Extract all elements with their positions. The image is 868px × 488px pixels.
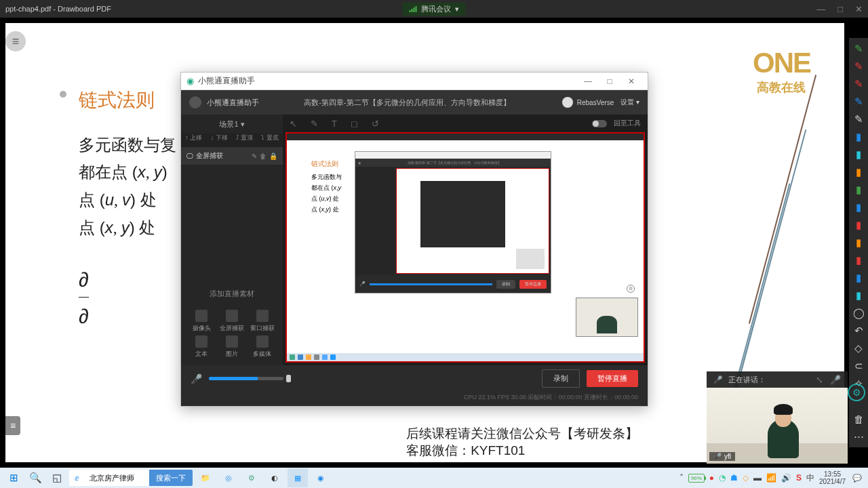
hi-tool-cyan-2[interactable]: ▮ — [852, 289, 865, 302]
pen-tool-red[interactable]: ✎ — [852, 60, 865, 73]
volume-handle[interactable] — [286, 375, 291, 382]
streaming-titlebar[interactable]: ◉ 小熊通直播助手 — □ ✕ — [181, 73, 648, 90]
move-top-button[interactable]: ⤴ 置顶 — [232, 134, 258, 147]
scene-selector[interactable]: 场景1 ▾ — [181, 115, 283, 134]
streaming-main: 场景1 ▾ ↑ 上移 ↓ 下移 ⤴ 置顶 ⤵ 置底 🖵 全屏捕获 ✎ 🗑 🔒 添… — [181, 115, 648, 365]
tool-1-icon[interactable]: ↖ — [290, 119, 297, 129]
volume-row: 🎤 录制 暂停直播 — [181, 365, 648, 392]
hi-tool-blue-3[interactable]: ▮ — [852, 271, 865, 285]
delete-icon[interactable]: 🗑 — [260, 152, 267, 160]
drawtool-toggle[interactable] — [592, 120, 607, 127]
section-heading: 链式法则 — [79, 84, 155, 117]
eraser-icon[interactable]: ◇ — [852, 342, 865, 355]
hi-tool-blue[interactable]: ▮ — [852, 130, 865, 144]
taskbar-clock[interactable]: 13:55 2021/4/7 — [819, 470, 846, 485]
source-item[interactable]: 🖵 全屏捕获 ✎ 🗑 🔒 — [181, 147, 283, 165]
tray-app2-icon[interactable]: ◇ — [743, 473, 749, 483]
tray-power-icon[interactable]: ▬ — [753, 473, 762, 483]
shape-tool[interactable]: ◯ — [852, 306, 865, 320]
camera-thumbnail[interactable]: ⚙ — [576, 298, 638, 337]
mic-icon[interactable]: 🎤 — [191, 373, 202, 384]
move-down-button[interactable]: ↓ 下移 — [207, 134, 233, 147]
tray-rec-icon[interactable]: ● — [709, 473, 714, 483]
hi-tool-orange-2[interactable]: ▮ — [852, 236, 865, 249]
preview-canvas[interactable]: 链式法则 多元函数与 都在点 (x,y 点 (u,v) 处 点 (x,y) 处 … — [285, 132, 645, 363]
user-name: RebasVerse — [577, 99, 614, 106]
source-label: 全屏捕获 — [196, 151, 249, 161]
user-chip[interactable]: RebasVerse — [562, 97, 614, 108]
pen-tool-red-2[interactable]: ✎ — [852, 77, 865, 91]
hi-tool-red-2[interactable]: ▮ — [852, 253, 865, 267]
clock-time: 13:55 — [819, 470, 846, 478]
tray-ime-icon[interactable]: S — [796, 473, 802, 483]
app-edge[interactable]: ◎ — [218, 468, 239, 487]
lasso-icon[interactable]: ⊂ — [852, 359, 865, 373]
search-go-button[interactable]: 搜索一下 — [149, 470, 193, 486]
undo-icon[interactable]: ↶ — [852, 324, 865, 338]
move-bottom-button[interactable]: ⤵ 置底 — [258, 134, 283, 147]
volume-slider[interactable] — [209, 377, 283, 380]
tray-lang-icon[interactable]: 中 — [806, 472, 814, 484]
stream-maximize-button[interactable]: □ — [599, 77, 620, 86]
edit-icon[interactable]: ✎ — [252, 152, 257, 160]
hi-tool-cyan[interactable]: ▮ — [852, 148, 865, 161]
search-button[interactable]: 🔍 — [26, 468, 45, 487]
hamburger-menu-icon[interactable]: ≡ — [5, 31, 26, 52]
tray-sync-icon[interactable]: ◔ — [719, 473, 726, 483]
speaker-mute-icon[interactable]: 🎤 — [830, 375, 841, 385]
tool-3-icon[interactable]: T — [332, 119, 337, 129]
windows-taskbar: ⊞ 🔍 ◱ ⅇ 搜索一下 📁 ◎ ⚙ ◐ ▦ ◉ ˄ 96% ● ◔ ☗ ◇ ▬… — [0, 468, 868, 488]
hi-tool-blue-2[interactable]: ▮ — [852, 201, 865, 214]
app-obs[interactable]: ◐ — [264, 468, 285, 487]
settings-dropdown[interactable]: 设置 ▾ — [620, 98, 639, 107]
app-todesk[interactable]: ◉ — [311, 468, 331, 487]
ie-icon[interactable]: ⅇ — [69, 474, 84, 483]
footer-text: 后续课程请关注微信公众号【考研发条】 客服微信：KYFT101 — [406, 425, 638, 460]
cam-gear-icon[interactable]: ⚙ — [627, 285, 635, 293]
speaker-video[interactable]: 🎤 yfl — [707, 388, 848, 464]
stream-close-button[interactable]: ✕ — [620, 77, 642, 86]
bookmark-tab-icon[interactable]: ≡ — [5, 416, 20, 435]
tray-app1-icon[interactable]: ☗ — [730, 473, 738, 483]
pen-tool-blue[interactable]: ✎ — [852, 95, 865, 108]
tray-volume-icon[interactable]: 🔊 — [781, 473, 791, 483]
add-media-button[interactable]: 多媒体 — [248, 336, 276, 359]
hi-tool-orange[interactable]: ▮ — [852, 165, 865, 179]
record-button[interactable]: 录制 — [542, 369, 580, 388]
stream-minimize-button[interactable]: — — [577, 77, 599, 86]
hi-tool-green[interactable]: ▮ — [852, 183, 865, 197]
app-explorer[interactable]: 📁 — [195, 468, 216, 487]
battery-icon[interactable]: 96% — [688, 474, 705, 483]
preview-area: ↖ ✎ T ◻ ↺ 回至工具 链式法则 多元函数与 都在点 (x,y — [283, 115, 648, 365]
notification-icon[interactable]: 💬 — [850, 474, 864, 483]
add-screen-button[interactable]: 全屏捕获 — [218, 310, 246, 333]
tray-wifi-icon[interactable]: 📶 — [766, 473, 776, 483]
stop-live-button[interactable]: 暂停直播 — [587, 370, 638, 387]
tray-expand-icon[interactable]: ˄ — [679, 473, 684, 483]
tool-4-icon[interactable]: ◻ — [351, 119, 358, 129]
add-image-button[interactable]: 图片 — [218, 336, 246, 359]
floating-gear-icon[interactable]: ⚙ — [848, 384, 865, 401]
minimize-button[interactable]: — — [816, 4, 825, 14]
app-settings[interactable]: ⚙ — [241, 468, 262, 487]
close-button[interactable]: ✕ — [855, 4, 863, 14]
move-up-button[interactable]: ↑ 上移 — [181, 134, 207, 147]
search-input[interactable] — [84, 470, 149, 486]
app-meeting[interactable]: ▦ — [288, 468, 308, 487]
start-button[interactable]: ⊞ — [4, 468, 23, 487]
task-view-icon[interactable]: ◱ — [47, 468, 66, 487]
speaker-prev-icon[interactable]: ⤡ — [816, 375, 823, 385]
add-window-button[interactable]: 窗口捕获 — [248, 310, 276, 333]
maximize-button[interactable]: □ — [837, 4, 843, 14]
lock-icon[interactable]: 🔒 — [269, 152, 277, 160]
add-camera-button[interactable]: 摄像头 — [188, 310, 216, 333]
more-icon[interactable]: ⋯ — [852, 430, 865, 443]
tool-2-icon[interactable]: ✎ — [311, 119, 318, 129]
tool-5-icon[interactable]: ↺ — [372, 119, 379, 129]
hi-tool-red[interactable]: ▮ — [852, 218, 865, 232]
pen-tool-white[interactable]: ✎ — [852, 113, 865, 126]
meeting-indicator[interactable]: 腾讯会议 ▾ — [403, 3, 466, 16]
pen-tool-green[interactable]: ✎ — [852, 42, 865, 56]
trash-icon[interactable]: 🗑 — [852, 412, 865, 426]
add-text-button[interactable]: 文本 — [188, 336, 216, 359]
